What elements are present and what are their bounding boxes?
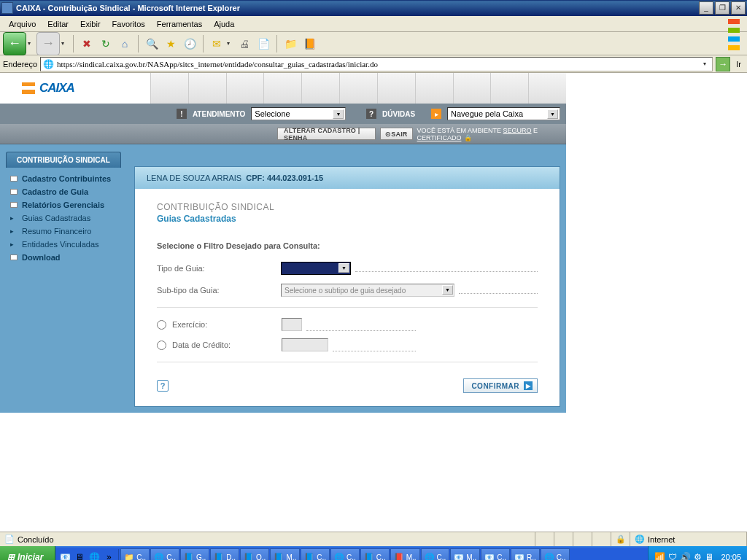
tray-icon[interactable]: 📶 xyxy=(654,552,665,560)
app-tab[interactable] xyxy=(301,73,339,104)
data-credito-radio[interactable] xyxy=(157,341,166,350)
sidebar-item-cadastro-guia[interactable]: Cadastro de Guia xyxy=(6,185,134,198)
seguro-link[interactable]: SEGURO xyxy=(503,127,532,134)
forward-button[interactable]: → xyxy=(36,32,60,55)
home-button[interactable]: ⌂ xyxy=(116,35,133,52)
app-tab[interactable] xyxy=(453,73,491,104)
exercicio-input[interactable] xyxy=(282,318,302,331)
sair-button[interactable]: ⊙ SAIR xyxy=(380,128,413,140)
task-button[interactable]: 📘M.. xyxy=(270,548,300,560)
address-input[interactable] xyxy=(57,60,703,69)
tray-icon[interactable]: 🔊 xyxy=(680,552,691,560)
task-button[interactable]: 📘C.. xyxy=(301,548,330,560)
system-tray[interactable]: 📶 🛡 🔊 ⚙ 🖥 20:05 xyxy=(648,546,747,560)
app-tab[interactable] xyxy=(415,73,453,104)
task-button[interactable]: 📘C.. xyxy=(360,548,390,560)
exercicio-radio[interactable] xyxy=(157,320,166,330)
research-button[interactable]: 📙 xyxy=(301,35,318,52)
app-tab[interactable] xyxy=(339,73,377,104)
task-button[interactable]: 📘G.. xyxy=(180,548,209,560)
back-button[interactable]: ← xyxy=(3,32,26,55)
help-button[interactable]: ? xyxy=(157,380,169,392)
mail-button[interactable]: ✉ xyxy=(208,35,225,52)
menu-editar[interactable]: Editar xyxy=(42,18,74,30)
app-tab[interactable] xyxy=(263,73,301,104)
ql-ie-icon[interactable]: 🌐 xyxy=(88,549,101,560)
separator xyxy=(276,35,277,52)
address-box[interactable]: 🌐 ▾ xyxy=(40,57,713,71)
app-tab[interactable] xyxy=(188,73,226,104)
divider xyxy=(157,307,538,308)
address-dropdown[interactable]: ▾ xyxy=(703,61,711,67)
menu-arquivo[interactable]: Arquivo xyxy=(3,18,42,30)
sidebar-item-relatorios[interactable]: Relatórios Gerenciais xyxy=(6,198,134,211)
atendimento-select[interactable]: Selecione xyxy=(251,107,346,120)
task-button[interactable]: 📧M.. xyxy=(450,548,480,560)
tray-icon[interactable]: 🛡 xyxy=(668,552,677,560)
search-button[interactable]: 🔍 xyxy=(143,35,160,52)
alterar-cadastro-button[interactable]: ALTERAR CADASTRO | SENHA xyxy=(277,128,376,140)
page-tab-contribuicao[interactable]: CONTRIBUIÇÃO SINDICAL xyxy=(6,152,121,168)
ql-desktop-icon[interactable]: 🖥 xyxy=(73,549,86,560)
edit-button[interactable]: 📄 xyxy=(255,35,272,52)
refresh-button[interactable]: ↻ xyxy=(97,35,115,52)
mail-dropdown[interactable]: ▾ xyxy=(227,40,234,47)
back-dropdown[interactable]: ▾ xyxy=(28,40,35,47)
app-tab[interactable] xyxy=(528,73,566,104)
stop-button[interactable]: ✖ xyxy=(78,35,96,52)
menu-favoritos[interactable]: Favoritos xyxy=(107,18,151,30)
tray-icon[interactable]: ⚙ xyxy=(694,552,702,560)
sidebar-item-download[interactable]: Download xyxy=(6,251,134,264)
sidebar-item-entidades-vinculadas[interactable]: ▸Entidades Vinculadas xyxy=(6,238,134,251)
navegue-select[interactable]: Navegue pela Caixa xyxy=(447,107,560,120)
tipo-guia-select[interactable] xyxy=(281,262,351,275)
minimize-button[interactable]: _ xyxy=(699,1,713,15)
task-button[interactable]: 🌐C.. xyxy=(421,548,450,560)
status-zone-cell[interactable]: 🌐 Internet xyxy=(630,532,747,546)
logo-icon xyxy=(22,82,35,94)
history-button[interactable]: 🕗 xyxy=(181,35,198,52)
task-button[interactable]: 📘D.. xyxy=(210,548,239,560)
task-button[interactable]: 🌐C.. xyxy=(150,548,179,560)
main-panel: LENA DE SOUZA ARRAIS CPF: 444.023.091-15… xyxy=(134,166,560,407)
app-tab[interactable] xyxy=(150,73,188,104)
arrow-icon: ▸ xyxy=(10,214,18,222)
app-tab[interactable] xyxy=(226,73,264,104)
tray-icon[interactable]: 🖥 xyxy=(705,552,713,560)
menu-ferramentas[interactable]: Ferramentas xyxy=(151,18,208,30)
caixa-logo[interactable]: CAIXA xyxy=(0,73,150,104)
clock[interactable]: 20:05 xyxy=(721,553,741,560)
confirmar-button[interactable]: CONFIRMAR ▶ xyxy=(463,378,538,393)
sidebar-item-cadastro-contribuintes[interactable]: Cadastro Contribuintes xyxy=(6,172,134,185)
app-tab[interactable] xyxy=(377,73,415,104)
subtipo-guia-select[interactable]: Selecione o subtipo de guia desejado xyxy=(281,284,454,297)
task-button[interactable]: 📕M.. xyxy=(390,548,420,560)
start-button[interactable]: ⊞ Iniciar xyxy=(0,546,55,560)
sidebar-item-resumo-financeiro[interactable]: ▸Resumo Financeiro xyxy=(6,225,134,238)
restore-button[interactable]: ❐ xyxy=(715,1,729,15)
user-cpf: CPF: 444.023.091-15 xyxy=(246,174,323,182)
task-button[interactable]: 📁C.. xyxy=(120,548,150,560)
atendimento-label: ATENDIMENTO xyxy=(193,110,245,118)
go-button[interactable]: → xyxy=(716,57,730,71)
data-credito-input[interactable] xyxy=(282,338,328,351)
favorites-button[interactable]: ★ xyxy=(162,35,179,52)
task-button[interactable]: 📘O.. xyxy=(240,548,269,560)
duvidas-label[interactable]: DÚVIDAS xyxy=(382,110,415,118)
ql-outlook-icon[interactable]: 📧 xyxy=(58,549,71,560)
folder-button[interactable]: 📁 xyxy=(282,35,299,52)
print-button[interactable]: 🖨 xyxy=(236,35,253,52)
task-button[interactable]: 🌐C.. xyxy=(330,548,360,560)
ql-more-icon[interactable]: » xyxy=(102,549,115,560)
menu-ajuda[interactable]: Ajuda xyxy=(208,18,240,30)
task-button[interactable]: 📧C.. xyxy=(481,548,510,560)
app-tab[interactable] xyxy=(490,73,528,104)
close-button[interactable]: ✕ xyxy=(731,1,746,15)
box-icon xyxy=(10,176,18,182)
menu-exibir[interactable]: Exibir xyxy=(74,18,107,30)
sidebar-item-guias-cadastradas[interactable]: ▸Guias Cadastradas xyxy=(6,211,134,225)
task-button[interactable]: 🌐C.. xyxy=(541,548,570,560)
certificado-link[interactable]: CERTIFICADO xyxy=(417,134,462,141)
forward-dropdown[interactable]: ▾ xyxy=(61,40,69,47)
task-button[interactable]: 📧R.. xyxy=(511,548,540,560)
